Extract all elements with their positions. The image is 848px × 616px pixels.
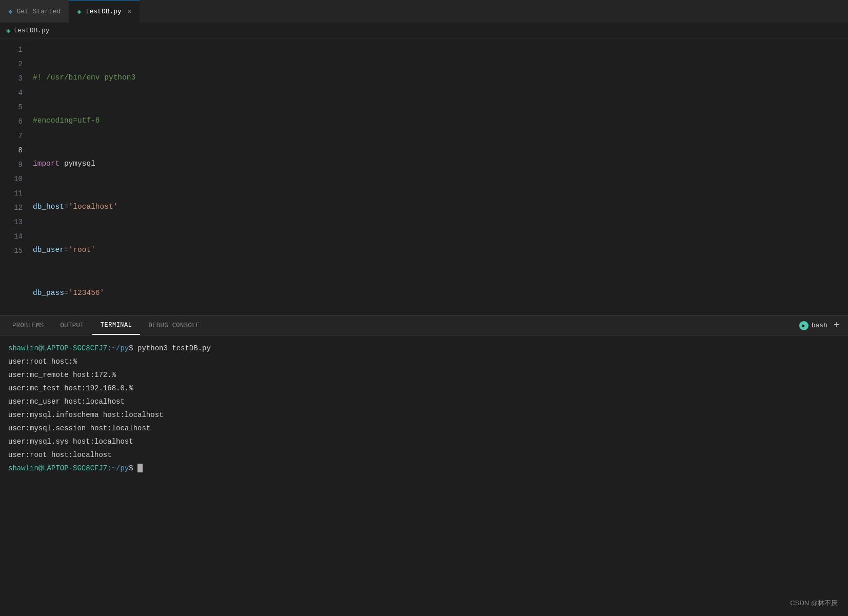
prompt-dollar: $ [129, 344, 133, 352]
prompt-path: :~/py [107, 344, 129, 352]
breadcrumb-filename: testDB.py [13, 27, 49, 34]
bottom-panel: PROBLEMS OUTPUT TERMINAL DEBUG CONSOLE ▶… [0, 315, 848, 481]
tab-terminal[interactable]: TERMINAL [92, 316, 141, 335]
watermark: CSDN @林不厌 [790, 599, 838, 608]
code-editor[interactable]: #! /usr/bin/env python3 #encoding=utf-8 … [31, 42, 848, 315]
editor-area[interactable]: 1 2 3 4 5 6 7 8 9 10 11 12 13 14 15 #! /… [0, 38, 848, 315]
terminal-output-6: user:mysql.session host:localhost [8, 422, 840, 435]
terminal-content[interactable]: shawlin@LAPTOP-SGC8CFJ7:~/py$ python3 te… [0, 335, 848, 481]
close-icon[interactable]: ✕ [128, 8, 131, 15]
terminal-output-5: user:mysql.infoschema host:localhost [8, 408, 840, 422]
code-line-6: db_pass='123456' [33, 286, 848, 300]
terminal-line-command: shawlin@LAPTOP-SGC8CFJ7:~/py$ python3 te… [8, 342, 840, 355]
terminal-line-prompt2: shawlin@LAPTOP-SGC8CFJ7:~/py$ [8, 462, 840, 475]
line-numbers: 1 2 3 4 5 6 7 8 9 10 11 12 13 14 15 [0, 42, 31, 315]
tab-debug-console[interactable]: DEBUG CONSOLE [140, 316, 208, 335]
testdb-icon: ◈ [77, 7, 81, 16]
code-line-2: #encoding=utf-8 [33, 113, 848, 128]
terminal-output-7: user:mysql.sys host:localhost [8, 435, 840, 448]
tab-get-started-label: Get Started [16, 8, 61, 15]
terminal-output-2: user:mc_remote host:172.% [8, 368, 840, 382]
panel-actions: ▶ bash + [799, 321, 848, 331]
bash-label: bash [812, 322, 827, 329]
tab-output[interactable]: OUTPUT [52, 316, 92, 335]
terminal-output-1: user:root host:% [8, 355, 840, 368]
code-line-3: import pymysql [33, 156, 848, 171]
code-line-5: db_user='root' [33, 243, 848, 257]
get-started-icon: ❖ [8, 7, 12, 16]
tab-problems[interactable]: PROBLEMS [4, 316, 52, 335]
new-terminal-button[interactable]: + [834, 321, 840, 331]
breadcrumb-icon: ◈ [6, 26, 10, 35]
bash-button[interactable]: ▶ bash [799, 321, 827, 330]
panel-tab-bar: PROBLEMS OUTPUT TERMINAL DEBUG CONSOLE ▶… [0, 316, 848, 335]
code-line-4: db_host='localhost' [33, 200, 848, 214]
terminal-output-4: user:mc_user host:localhost [8, 395, 840, 408]
terminal-cursor [137, 464, 143, 472]
tab-testdb-label: testDB.py [86, 8, 122, 15]
terminal-command: python3 testDB.py [133, 344, 211, 352]
bash-icon: ▶ [799, 321, 808, 330]
tab-testdb[interactable]: ◈ testDB.py ✕ [69, 0, 140, 23]
tab-get-started[interactable]: ❖ Get Started [0, 0, 69, 23]
prompt2-dollar: $ [129, 464, 133, 472]
terminal-output-8: user:root host:localhost [8, 448, 840, 462]
prompt2-path: :~/py [107, 464, 129, 472]
prompt2-user: shawlin@LAPTOP-SGC8CFJ7 [8, 464, 107, 472]
tab-bar: ❖ Get Started ◈ testDB.py ✕ [0, 0, 848, 23]
breadcrumb: ◈ testDB.py [0, 23, 848, 38]
terminal-output-3: user:mc_test host:192.168.0.% [8, 382, 840, 395]
code-line-1: #! /usr/bin/env python3 [33, 70, 848, 85]
code-container: 1 2 3 4 5 6 7 8 9 10 11 12 13 14 15 #! /… [0, 38, 848, 315]
prompt-user: shawlin@LAPTOP-SGC8CFJ7 [8, 344, 107, 352]
